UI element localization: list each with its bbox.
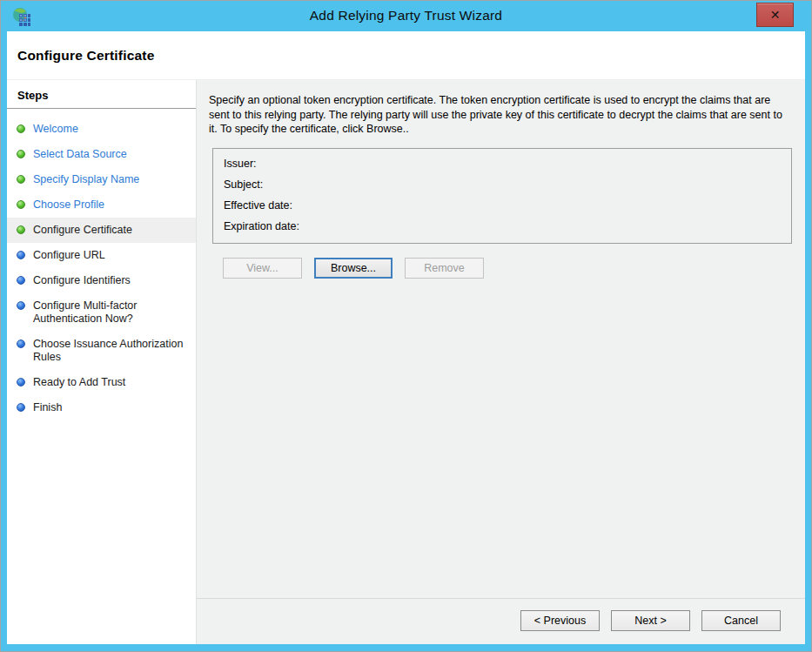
step-upcoming-icon (17, 276, 25, 285)
view-button: View... (223, 258, 302, 279)
close-button[interactable]: ✕ (756, 3, 794, 27)
instruction-text: Specify an optional token encryption cer… (209, 93, 783, 137)
sidebar-item-finish: Finish (7, 395, 196, 420)
step-label: Choose Issuance Authorization Rules (33, 338, 189, 364)
step-label: Configure Identifiers (33, 274, 131, 287)
wizard-window: Add Relying Party Trust Wizard ✕ Configu… (0, 0, 812, 652)
certificate-details-box: Issuer: Subject: Effective date: Expirat… (212, 148, 792, 244)
field-label: Effective date: (224, 199, 292, 212)
sidebar-item-configure-url: Configure URL (7, 243, 196, 268)
step-label: Finish (33, 401, 62, 414)
steps-heading: Steps (7, 80, 196, 109)
step-label: Select Data Source (33, 148, 127, 161)
sidebar-item-ready-to-add-trust: Ready to Add Trust (7, 370, 196, 395)
certificate-field-subject: Subject: (224, 174, 782, 195)
browse-button[interactable]: Browse... (314, 258, 393, 279)
step-label: Configure Certificate (33, 224, 132, 237)
page-header: Configure Certificate (7, 31, 805, 80)
step-label: Welcome (33, 123, 78, 136)
main-area: Steps Welcome Select Data Source Specify… (7, 80, 805, 644)
step-label: Choose Profile (33, 198, 104, 212)
empty-space (197, 279, 805, 599)
page-title: Configure Certificate (17, 48, 155, 64)
sidebar-item-choose-profile[interactable]: Choose Profile (7, 192, 196, 218)
sidebar-item-choose-issuance-rules: Choose Issuance Authorization Rules (7, 332, 196, 370)
certificate-actions: View... Browse... Remove (223, 258, 805, 279)
wizard-navigation: < Previous Next > Cancel (197, 599, 805, 644)
titlebar: Add Relying Party Trust Wizard ✕ (1, 1, 811, 31)
step-label: Configure Multi-factor Authentication No… (33, 299, 189, 326)
step-label: Configure URL (33, 249, 105, 262)
certificate-field-effective-date: Effective date: (224, 195, 782, 216)
window-title: Add Relying Party Trust Wizard (1, 8, 811, 24)
step-upcoming-icon (17, 378, 25, 386)
steps-sidebar: Steps Welcome Select Data Source Specify… (7, 80, 197, 644)
sidebar-item-select-data-source[interactable]: Select Data Source (7, 142, 196, 167)
step-completed-icon (17, 200, 25, 209)
sidebar-item-configure-identifiers: Configure Identifiers (7, 268, 196, 293)
sidebar-item-welcome[interactable]: Welcome (7, 117, 196, 142)
step-upcoming-icon (17, 403, 25, 412)
field-label: Issuer: (224, 158, 257, 170)
close-icon: ✕ (770, 8, 781, 22)
sidebar-item-specify-display-name[interactable]: Specify Display Name (7, 167, 196, 192)
wizard-body: Configure Certificate Steps Welcome Sele… (7, 31, 805, 644)
certificate-field-expiration-date: Expiration date: (224, 216, 782, 237)
next-button[interactable]: Next > (611, 610, 690, 631)
field-label: Subject: (224, 178, 263, 191)
steps-list: Welcome Select Data Source Specify Displ… (7, 109, 196, 420)
field-label: Expiration date: (224, 220, 299, 232)
sidebar-item-configure-certificate[interactable]: Configure Certificate (7, 218, 196, 243)
sidebar-item-configure-mfa: Configure Multi-factor Authentication No… (7, 293, 196, 332)
step-completed-icon (17, 124, 25, 133)
step-completed-icon (17, 175, 25, 184)
step-label: Specify Display Name (33, 173, 139, 186)
step-completed-icon (17, 225, 25, 234)
remove-button: Remove (405, 258, 484, 279)
previous-button[interactable]: < Previous (520, 610, 600, 631)
step-label: Ready to Add Trust (33, 376, 125, 389)
step-completed-icon (17, 150, 25, 158)
content-pane: Specify an optional token encryption cer… (197, 80, 805, 644)
cancel-button[interactable]: Cancel (701, 610, 781, 631)
step-upcoming-icon (17, 301, 25, 310)
step-upcoming-icon (17, 339, 25, 348)
step-upcoming-icon (17, 251, 25, 259)
certificate-field-issuer: Issuer: (224, 153, 782, 174)
